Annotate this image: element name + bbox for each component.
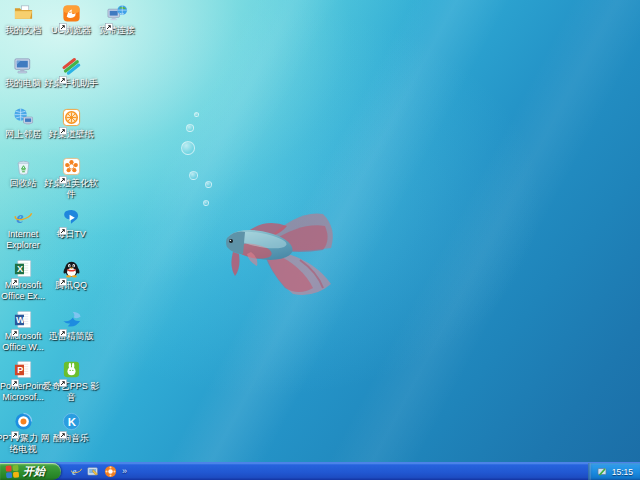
desktop-icon-haozhuo-phone-assistant[interactable]: 好桌手机助手 [41, 56, 101, 89]
desktop-icon-label: 好桌道壁纸 [41, 129, 101, 140]
internet-explorer-icon: e [12, 207, 34, 228]
shortcut-arrow-icon [11, 272, 19, 280]
desktop-icon-label: 迅雷精简版 [41, 331, 101, 342]
svg-text:e: e [16, 209, 23, 227]
shortcut-arrow-icon [59, 272, 67, 280]
shortcut-arrow-icon [59, 323, 67, 331]
desktop-icon-broadband-connection[interactable]: 宽带连接 [87, 3, 147, 36]
internet-explorer-quick-launch[interactable]: e [69, 465, 83, 479]
start-button[interactable]: 开始 [0, 463, 61, 480]
haozhuodao-quick-launch[interactable] [103, 465, 117, 479]
pptv-icon [12, 411, 34, 432]
desktop[interactable]: 我的文档UC浏览器宽带连接我的电脑好桌手机助手网上邻居好桌道壁纸回收站好桌道美化… [0, 0, 640, 480]
desktop-icon-haozhuodao-wallpaper[interactable]: 好桌道壁纸 [41, 107, 101, 140]
svg-text:e: e [72, 466, 77, 477]
desktop-icon-label: 腾讯QQ [41, 280, 101, 291]
shortcut-arrow-icon [59, 170, 67, 178]
haozhuodao-wallpaper-icon [60, 107, 82, 128]
bubble-icon [189, 171, 198, 180]
desktop-icon-label: 酷狗音乐 [41, 433, 101, 444]
kugou-music-icon: K [60, 411, 82, 432]
tray-clock[interactable]: 15:15 [612, 467, 633, 477]
recycle-bin-icon [12, 156, 34, 177]
desktop-icon-label: 宽带连接 [87, 25, 147, 36]
tencent-qq-icon [60, 258, 82, 279]
bubble-icon [186, 124, 194, 132]
desktop-icon-haozhuodao-beautify[interactable]: 好桌道美化软 件 [41, 156, 101, 200]
desktop-icon-label: 每日TV [41, 229, 101, 240]
haozhuo-phone-assistant-icon [60, 56, 82, 77]
bubble-icon [203, 200, 209, 206]
ms-powerpoint-icon: P [12, 359, 34, 380]
shortcut-arrow-icon [11, 373, 19, 381]
desktop-icon-kugou-music[interactable]: K酷狗音乐 [41, 411, 101, 444]
haozhuodao-beautify-icon [60, 156, 82, 177]
my-computer-icon [12, 56, 34, 77]
bubble-icon [194, 112, 199, 117]
desktop-icon-label: 好桌道美化软 件 [41, 178, 101, 200]
start-label: 开始 [23, 464, 45, 479]
taskbar-empty-area [133, 463, 588, 480]
shortcut-arrow-icon [59, 17, 67, 25]
show-desktop-quick-launch[interactable] [86, 465, 100, 479]
quick-launch-bar: e» [61, 463, 133, 480]
tray-status-icon[interactable] [597, 466, 608, 477]
shortcut-arrow-icon [59, 70, 67, 78]
svg-text:K: K [67, 416, 76, 428]
iqiyi-pps-icon [60, 359, 82, 380]
bubble-icon [205, 181, 212, 188]
ms-word-icon: W [12, 309, 34, 330]
shortcut-arrow-icon [105, 17, 113, 25]
windows-flag-icon [5, 464, 20, 479]
shortcut-arrow-icon [59, 425, 67, 433]
shortcut-arrow-icon [59, 221, 67, 229]
uc-browser-icon [60, 3, 82, 24]
broadband-connection-icon [106, 3, 128, 24]
shortcut-arrow-icon [11, 425, 19, 433]
taskbar: 开始 e» 15:15 [0, 462, 640, 480]
ms-excel-icon: X [12, 258, 34, 279]
my-documents-icon [12, 3, 34, 24]
desktop-icon-xunlei-lite[interactable]: 迅雷精简版 [41, 309, 101, 342]
meiri-tv-icon [60, 207, 82, 228]
desktop-icon-label: 爱奇艺PPS 影 音 [41, 381, 101, 403]
desktop-icon-label: 好桌手机助手 [41, 78, 101, 89]
quick-launch-overflow-chevron[interactable]: » [120, 467, 129, 476]
shortcut-arrow-icon [59, 373, 67, 381]
network-places-icon [12, 107, 34, 128]
desktop-icon-iqiyi-pps[interactable]: 爱奇艺PPS 影 音 [41, 359, 101, 403]
xunlei-lite-icon [60, 309, 82, 330]
desktop-icon-tencent-qq[interactable]: 腾讯QQ [41, 258, 101, 291]
shortcut-arrow-icon [59, 121, 67, 129]
system-tray: 15:15 [588, 463, 640, 480]
desktop-icon-meiri-tv[interactable]: 每日TV [41, 207, 101, 240]
bubble-icon [181, 141, 195, 155]
shortcut-arrow-icon [11, 323, 19, 331]
